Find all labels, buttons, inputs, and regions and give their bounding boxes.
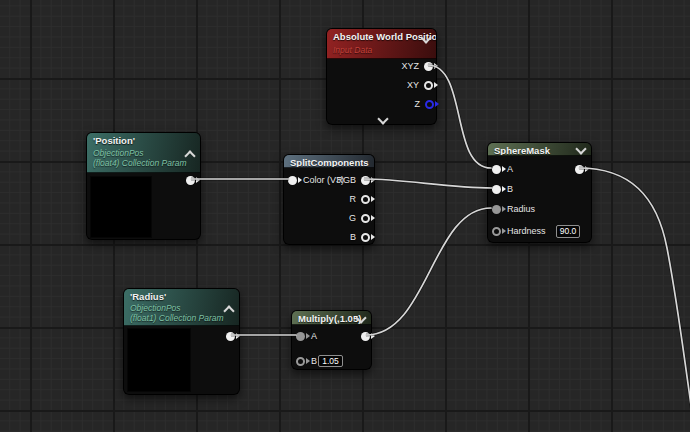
pin-z-output[interactable] — [425, 100, 434, 109]
pin-b-input[interactable] — [492, 185, 501, 194]
pin-output-output[interactable] — [186, 176, 195, 185]
pin-arrow-icon — [236, 333, 240, 339]
pin-xyz-output[interactable] — [424, 62, 433, 71]
pin-label: A — [507, 164, 513, 175]
pin-label: G — [349, 213, 356, 224]
node-title: SphereMask — [494, 145, 577, 156]
node-title: Absolute World Position — [333, 31, 422, 42]
pin-label: Z — [415, 99, 421, 110]
wire-splitcomponents-rgb-to-spheremask-b[interactable] — [364, 179, 492, 188]
pin-a-input[interactable] — [296, 332, 305, 341]
node-title: 'Radius' — [130, 291, 225, 302]
pin-label: B — [507, 184, 513, 195]
pin-xy-output[interactable] — [424, 81, 433, 90]
pin-arrow-icon — [371, 196, 375, 202]
pin-label: XY — [407, 80, 419, 91]
pin-arrow-icon — [502, 186, 506, 192]
wire-awp-xyz-to-spheremask-a[interactable] — [428, 65, 491, 168]
pin-label: B — [311, 356, 317, 367]
pin-arrow-icon — [434, 63, 438, 69]
pin-arrow-icon — [371, 215, 375, 221]
pin-arrow-icon — [371, 333, 375, 339]
expand-preview-chevron-icon[interactable] — [377, 113, 388, 124]
pin-output-output[interactable] — [226, 332, 235, 341]
node-header: SphereMask — [488, 143, 591, 156]
pin-arrow-icon — [371, 177, 375, 183]
pin-b-output[interactable] — [361, 233, 370, 242]
wire-halo-multiply-to-spheremask-radius — [366, 208, 491, 335]
node-multiply[interactable]: Multiply(,1.05)AB1.05 — [291, 310, 372, 370]
pin-arrow-icon — [306, 358, 310, 364]
chevron-down-icon[interactable] — [575, 143, 586, 154]
graph-canvas[interactable]: Absolute World PositionInput DataXYZXYZ'… — [0, 0, 690, 432]
pin-label: A — [311, 331, 317, 342]
pin-rgb-output[interactable] — [361, 176, 370, 185]
pin-color-v3--input[interactable] — [288, 176, 297, 185]
node-sphere-mask[interactable]: SphereMaskABRadiusHardness90.0 — [487, 142, 592, 243]
pin-arrow-icon — [502, 228, 506, 234]
wire-halo-splitcomponents-rgb-to-spheremask-b — [364, 179, 492, 188]
node-title: 'Position' — [93, 135, 186, 146]
pin-label: RGB — [336, 175, 356, 186]
pin-radius-input[interactable] — [492, 205, 501, 214]
pin-arrow-icon — [306, 333, 310, 339]
pin-arrow-icon — [298, 177, 302, 183]
node-position-param[interactable]: 'Position'ObjectionPos(float4) Collectio… — [86, 132, 201, 240]
pin-output-output[interactable] — [361, 332, 370, 341]
pin-g-output[interactable] — [361, 214, 370, 223]
pin-arrow-icon — [585, 166, 589, 172]
pin-arrow-icon — [196, 177, 200, 183]
pin-arrow-icon — [371, 234, 375, 240]
node-header: Absolute World PositionInput Data — [327, 29, 436, 59]
pin-label: Hardness — [507, 226, 546, 237]
node-absolute-world-position[interactable]: Absolute World PositionInput DataXYZXYZ — [326, 28, 437, 125]
node-split-components[interactable]: SplitComponentsColor (V3)RGBRGB — [283, 154, 375, 245]
pin-b-input[interactable] — [296, 357, 305, 366]
pin-label: XYZ — [401, 61, 419, 72]
pin-arrow-icon — [435, 101, 439, 107]
node-subtitle: (float4) Collection Param — [93, 158, 184, 168]
node-subtitle: Input Data — [333, 45, 420, 55]
node-subtitle: ObjectionPos — [93, 148, 184, 158]
wire-spheremask-out-offscreen[interactable] — [579, 168, 690, 412]
pin-hardness-input[interactable] — [492, 227, 501, 236]
pin-value-input[interactable]: 1.05 — [318, 355, 343, 367]
pin-output-output[interactable] — [575, 165, 584, 174]
node-header: 'Radius'ObjectionPos(float1) Collection … — [124, 289, 239, 326]
node-preview — [127, 328, 191, 392]
wire-halo-awp-xyz-to-spheremask-a — [428, 65, 491, 168]
pin-label: Radius — [507, 204, 535, 215]
node-subtitle: ObjectionPos — [130, 303, 223, 313]
chevron-up-icon[interactable] — [223, 305, 234, 316]
pin-value-input[interactable]: 90.0 — [556, 225, 580, 238]
pin-arrow-icon — [502, 206, 506, 212]
node-header: SplitComponents — [284, 155, 374, 168]
wire-multiply-to-spheremask-radius[interactable] — [366, 208, 491, 335]
pin-label: R — [350, 194, 357, 205]
pin-r-output[interactable] — [361, 195, 370, 204]
node-subtitle: (float1) Collection Param — [130, 313, 223, 323]
node-title: Multiply(,1.05) — [298, 313, 357, 324]
node-radius-param[interactable]: 'Radius'ObjectionPos(float1) Collection … — [123, 288, 240, 395]
wire-halo-spheremask-out-offscreen — [579, 168, 690, 412]
pin-arrow-icon — [502, 166, 506, 172]
pin-arrow-icon — [434, 82, 438, 88]
node-header: 'Position'ObjectionPos(float4) Collectio… — [87, 133, 200, 173]
pin-a-input[interactable] — [492, 165, 501, 174]
node-preview — [90, 176, 152, 238]
node-header: Multiply(,1.05) — [292, 311, 371, 325]
pin-label: B — [350, 232, 356, 243]
node-title: SplitComponents — [290, 157, 360, 168]
